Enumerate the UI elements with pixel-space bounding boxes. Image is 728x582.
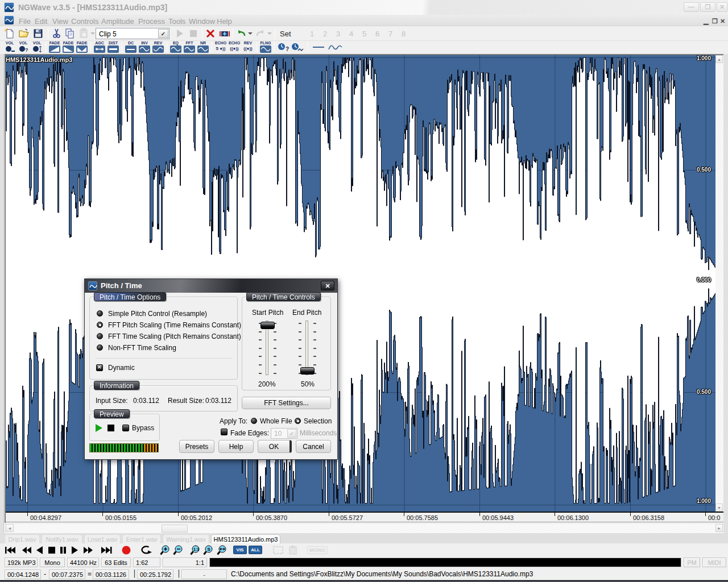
scroll-down-button[interactable]: ▼ <box>715 504 723 512</box>
tab-drip1[interactable]: Drip1.wav <box>5 534 40 543</box>
fade-in-out-button[interactable]: FADE <box>75 41 89 53</box>
redo-button[interactable] <box>255 28 266 39</box>
fft-button[interactable]: FFT <box>183 41 196 53</box>
skip-start-button[interactable] <box>4 544 16 556</box>
noise-reduction-button[interactable]: NR <box>196 41 210 53</box>
slot-3[interactable]: 3 <box>336 30 340 38</box>
tab-lose1[interactable]: Lose1.wav <box>84 534 121 543</box>
redo-dropdown[interactable] <box>267 32 272 35</box>
start-pitch-thumb[interactable] <box>260 322 275 329</box>
radio-fft-time[interactable] <box>97 333 103 339</box>
play-clip-button[interactable] <box>174 28 185 39</box>
fade-out-button[interactable]: FADE <box>61 41 75 53</box>
menu-help[interactable]: Help <box>217 17 232 26</box>
fade-in-button[interactable]: FADE <box>48 41 61 53</box>
slot-4[interactable]: 4 <box>349 30 353 38</box>
cut-button[interactable] <box>51 28 63 39</box>
eq-button[interactable]: EQ <box>169 41 183 53</box>
dynamic-checkbox[interactable] <box>96 364 103 371</box>
mdi-restore-button[interactable]: ❐ <box>712 18 718 25</box>
echo-button[interactable]: ECHO ((●)) <box>228 41 241 53</box>
paste-button[interactable] <box>78 28 89 39</box>
save-button[interactable] <box>32 28 44 39</box>
zoom-normal-button[interactable]: 1:1 <box>189 544 201 556</box>
vertical-scrollbar[interactable]: ▲ ▼ <box>715 55 723 512</box>
slot-1[interactable]: 1 <box>310 30 314 38</box>
copy-button[interactable] <box>64 28 76 39</box>
mdi-minimize-button[interactable]: ▁ <box>704 18 708 25</box>
delete-button[interactable] <box>205 28 216 39</box>
position-bar[interactable] <box>209 558 681 567</box>
menu-edit[interactable]: Edit <box>35 17 47 26</box>
stop-clip-button[interactable] <box>188 28 199 39</box>
distortion-button[interactable]: DIST <box>106 41 120 53</box>
slot-7[interactable]: 7 <box>388 30 392 38</box>
fade-combo-dropdown[interactable]: ✓ <box>287 429 296 438</box>
play-button[interactable] <box>69 544 80 556</box>
dialog-close-button[interactable]: ✕ <box>321 281 334 290</box>
whole-file-radio[interactable] <box>251 418 257 424</box>
slot-8[interactable]: 8 <box>402 30 406 38</box>
paste-dropdown[interactable] <box>90 32 95 35</box>
menu-window[interactable]: Window <box>189 17 215 26</box>
tab-notify1[interactable]: Notify1.wav <box>42 534 82 543</box>
fft-settings-button[interactable]: FFT Settings... <box>242 397 331 409</box>
end-pitch-slider[interactable] <box>305 321 308 375</box>
bypass-checkbox[interactable] <box>122 425 129 431</box>
record-button[interactable] <box>121 544 133 556</box>
volume-button[interactable]: VOL <box>3 41 16 53</box>
vis-button[interactable]: VIS <box>233 546 247 554</box>
minimize-button[interactable]: — <box>684 2 699 12</box>
volume-adjust-button[interactable]: VOL ? <box>16 41 30 53</box>
preview-play-button[interactable] <box>94 423 104 435</box>
radio-fft-pitch[interactable] <box>97 322 103 328</box>
radio-simple-pitch[interactable] <box>97 310 103 317</box>
draw-line-button[interactable] <box>312 42 325 55</box>
time-wave-button[interactable] <box>290 42 304 55</box>
reverb-button[interactable]: REV ((●)) <box>241 41 255 53</box>
invert-button[interactable]: INV <box>138 41 151 53</box>
cancel-button[interactable]: Cancel <box>296 440 331 453</box>
menu-file[interactable]: File <box>19 17 31 26</box>
marker-button[interactable] <box>219 28 230 39</box>
draw-wave-button[interactable] <box>328 42 341 55</box>
zoom-in-button[interactable] <box>159 544 171 556</box>
new-file-button[interactable] <box>4 28 15 39</box>
dc-offset-button[interactable]: DC <box>124 41 138 53</box>
echo5-button[interactable]: ECHO 5 ●)) <box>214 41 228 53</box>
undo-button[interactable] <box>235 28 247 39</box>
tab-hms123311audio[interactable]: HMS123311Audio.mp3 <box>211 534 280 543</box>
preview-stop-button[interactable] <box>107 425 114 431</box>
slot-6[interactable]: 6 <box>375 30 379 38</box>
scroll-up-button[interactable]: ▲ <box>715 55 723 63</box>
scrollbar-thumb[interactable] <box>162 525 188 533</box>
zoom-out-button[interactable] <box>172 544 184 556</box>
fade-edges-combo[interactable]: 10 ✓ <box>271 428 297 439</box>
fast-forward-button[interactable] <box>82 544 94 556</box>
undo-dropdown[interactable] <box>248 32 253 35</box>
dialog-title-bar[interactable]: Pitch / Time ✕ <box>85 279 337 293</box>
skip-end-button[interactable] <box>100 544 113 556</box>
tab-warning1[interactable]: Warning1.wav <box>163 534 209 543</box>
presets-button[interactable]: Presets <box>179 440 214 453</box>
rewind-button[interactable] <box>20 544 33 556</box>
time-stretch-button[interactable]: ? <box>276 42 290 55</box>
menu-tools[interactable]: Tools <box>168 17 185 26</box>
end-pitch-thumb[interactable] <box>300 367 315 375</box>
slot-5[interactable]: 5 <box>362 30 366 38</box>
mdi-close-button[interactable]: ✕ <box>720 18 725 25</box>
pause-button[interactable] <box>59 544 68 556</box>
ok-button[interactable]: OK <box>258 440 292 453</box>
restore-button[interactable]: ❐ <box>700 2 715 12</box>
radio-non-fft[interactable] <box>97 344 103 351</box>
menu-view[interactable]: View <box>52 17 68 26</box>
clip-selector-dropdown[interactable]: ✓ <box>158 29 168 38</box>
fade-edges-checkbox[interactable] <box>221 429 228 435</box>
menu-controls[interactable]: Controls <box>71 17 98 26</box>
tab-enter1[interactable]: Enter1.wav <box>122 534 161 543</box>
scroll-right-button[interactable]: ► <box>715 524 723 532</box>
agc-button[interactable]: AGC <box>93 41 106 53</box>
start-pitch-slider[interactable] <box>266 321 268 375</box>
menu-amplitude[interactable]: Amplitude <box>101 17 134 26</box>
flanger-button[interactable]: FLNG <box>259 41 272 53</box>
